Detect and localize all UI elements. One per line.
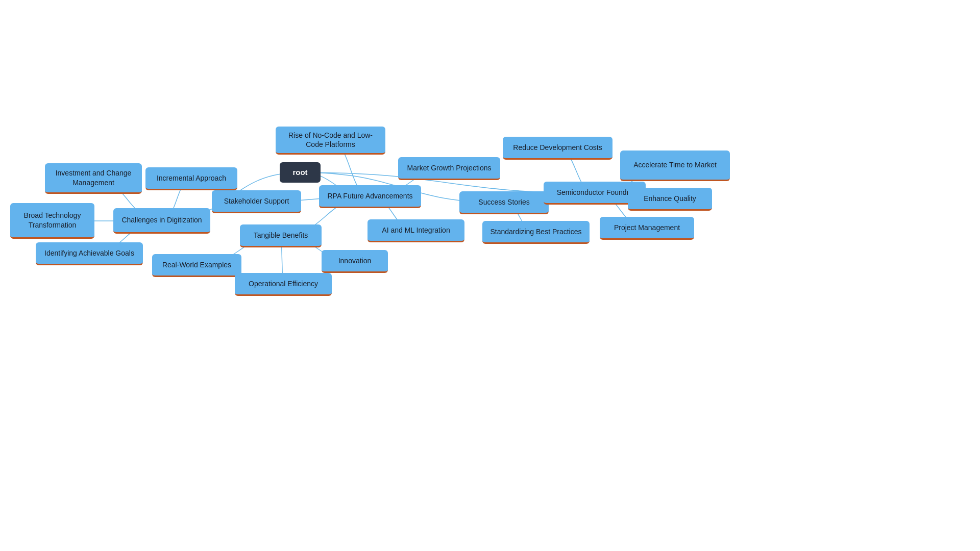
node-identifying[interactable]: Identifying Achievable Goals bbox=[36, 242, 143, 265]
mindmap-canvas: rootChallenges in DigitizationInvestment… bbox=[0, 0, 980, 551]
node-challenges[interactable]: Challenges in Digitization bbox=[113, 208, 210, 234]
node-investment[interactable]: Investment and Change Management bbox=[45, 163, 142, 194]
node-rpa[interactable]: RPA Future Advancements bbox=[319, 185, 421, 208]
node-stakeholder[interactable]: Stakeholder Support bbox=[212, 190, 301, 213]
node-real-world[interactable]: Real-World Examples bbox=[152, 254, 241, 277]
node-reduce[interactable]: Reduce Development Costs bbox=[503, 137, 612, 160]
node-accelerate[interactable]: Accelerate Time to Market bbox=[620, 151, 730, 181]
node-operational[interactable]: Operational Efficiency bbox=[235, 273, 332, 296]
node-broad[interactable]: Broad Technology Transformation bbox=[10, 203, 94, 239]
connections-svg bbox=[0, 0, 980, 551]
node-market[interactable]: Market Growth Projections bbox=[398, 157, 500, 180]
node-ai[interactable]: AI and ML Integration bbox=[368, 219, 464, 242]
node-project[interactable]: Project Management bbox=[600, 217, 694, 240]
node-success[interactable]: Success Stories bbox=[459, 191, 549, 214]
node-innovation[interactable]: Innovation bbox=[322, 250, 388, 273]
node-incremental[interactable]: Incremental Approach bbox=[145, 167, 237, 190]
node-tangible[interactable]: Tangible Benefits bbox=[240, 224, 322, 247]
node-rise[interactable]: Rise of No-Code and Low-Code Platforms bbox=[276, 127, 385, 155]
node-root[interactable]: root bbox=[280, 162, 321, 183]
node-enhance[interactable]: Enhance Quality bbox=[628, 188, 712, 211]
node-standardizing[interactable]: Standardizing Best Practices bbox=[482, 221, 590, 244]
